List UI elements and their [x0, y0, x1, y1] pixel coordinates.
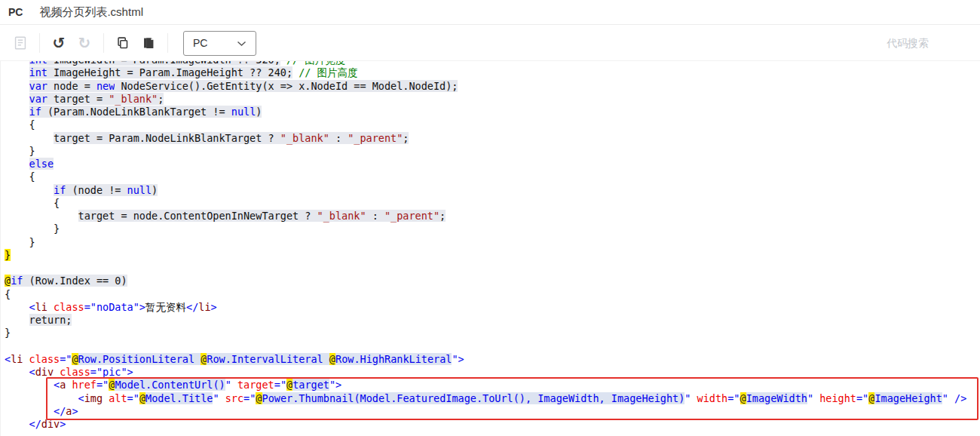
- code-line[interactable]: @if (Row.Index == 0): [5, 275, 980, 287]
- code-line[interactable]: target = Param.NodeLinkBlankTarget ? "_b…: [5, 132, 980, 145]
- paste-button[interactable]: [136, 30, 161, 56]
- code-line[interactable]: var target = "_blank";: [5, 93, 980, 106]
- code-line[interactable]: }: [5, 327, 980, 339]
- code-editor[interactable]: int ImageWidth = Param.ImageWidth ?? 320…: [0, 61, 980, 436]
- chevron-down-icon: [237, 37, 247, 49]
- code-line[interactable]: </div>: [5, 418, 980, 431]
- code-line[interactable]: [5, 340, 980, 353]
- code-line[interactable]: return;: [5, 314, 980, 327]
- code-editor-lines: int ImageWidth = Param.ImageWidth ?? 320…: [1, 61, 980, 431]
- toolbar-separator: [103, 33, 104, 53]
- toolbar-separator: [39, 33, 40, 53]
- file-title: 视频分页列表.cshtml: [39, 5, 143, 20]
- code-line[interactable]: <a href="@Model.ContentUrl()" target="@t…: [5, 379, 980, 391]
- device-breadcrumb-label: PC: [8, 6, 23, 18]
- code-line[interactable]: <img alt="@Model.Title" src="@Power.Thum…: [5, 392, 980, 405]
- code-line[interactable]: [5, 262, 980, 275]
- new-file-icon: [12, 35, 29, 51]
- redo-button[interactable]: ↻: [72, 30, 97, 56]
- redo-icon: ↻: [78, 35, 91, 51]
- undo-icon: ↺: [53, 35, 66, 51]
- code-line[interactable]: else: [5, 158, 980, 170]
- code-line[interactable]: }: [5, 236, 980, 249]
- paste-icon: [140, 35, 157, 51]
- copy-button[interactable]: [110, 30, 136, 56]
- code-line[interactable]: target = node.ContentOpenInNewTarget ? "…: [5, 210, 980, 223]
- new-file-button[interactable]: [8, 30, 33, 56]
- code-line[interactable]: <li class="@Row.PositionLiteral @Row.Int…: [5, 353, 980, 366]
- device-select-value: PC: [193, 37, 207, 49]
- code-line[interactable]: }: [5, 223, 980, 235]
- code-line[interactable]: if (node != null): [5, 184, 980, 197]
- undo-button[interactable]: ↺: [46, 30, 72, 56]
- code-line[interactable]: {: [5, 118, 980, 131]
- device-select[interactable]: PC: [183, 31, 256, 56]
- code-line[interactable]: int ImageWidth = Param.ImageWidth ?? 320…: [5, 61, 980, 66]
- code-line[interactable]: int ImageHeight = Param.ImageHeight ?? 2…: [5, 66, 980, 79]
- code-line[interactable]: <li class="noData">暂无资料</li>: [5, 301, 980, 314]
- code-line[interactable]: {: [5, 170, 980, 183]
- title-bar: PC 视频分页列表.cshtml: [0, 0, 980, 25]
- toolbar-separator: [167, 33, 168, 53]
- code-line[interactable]: {: [5, 197, 980, 210]
- copy-icon: [115, 35, 131, 51]
- code-line[interactable]: <div class="pic">: [5, 366, 980, 379]
- code-line[interactable]: </a>: [5, 405, 980, 418]
- code-line[interactable]: var node = new NodeService().GetEntity(x…: [5, 80, 980, 93]
- code-search-input[interactable]: [887, 31, 969, 55]
- code-line[interactable]: if (Param.NodeLinkBlankTarget != null): [5, 106, 980, 118]
- code-line[interactable]: }: [5, 249, 980, 262]
- code-line[interactable]: }: [5, 145, 980, 158]
- editor-toolbar: ↺ ↻ PC: [0, 26, 980, 61]
- code-line[interactable]: {: [5, 288, 980, 301]
